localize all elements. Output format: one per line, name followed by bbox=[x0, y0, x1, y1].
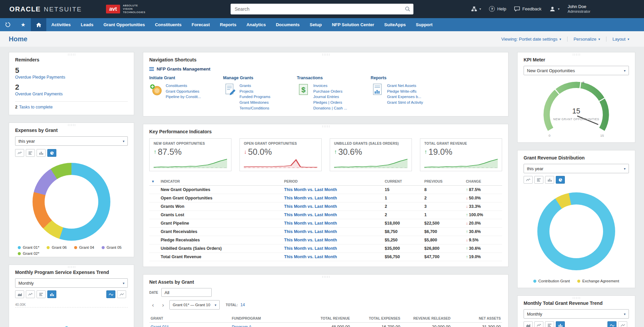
kpi-tile[interactable]: UNBILLED GRANTS (SALES ORDERS) 30.6% bbox=[330, 138, 412, 171]
kpi-period-link[interactable]: This Month vs. Last Month bbox=[284, 238, 337, 242]
chart-type-vbar-button[interactable] bbox=[47, 290, 56, 298]
period-select[interactable]: Monthly▾ bbox=[524, 309, 629, 319]
reminder-link[interactable]: Overdue Grant Payments bbox=[15, 92, 128, 96]
search-input[interactable] bbox=[231, 4, 414, 14]
recent-records-icon[interactable] bbox=[0, 18, 15, 31]
shortcut-link[interactable]: Purchase Orders bbox=[313, 89, 347, 94]
kpi-period-link[interactable]: This Month vs. Last Month bbox=[284, 204, 337, 209]
chart-type-line-button[interactable] bbox=[524, 176, 533, 184]
shortcuts-star-icon[interactable]: ★ bbox=[15, 18, 31, 31]
kpi-table-row[interactable]: Total Grant Revenue This Month vs. Last … bbox=[149, 253, 502, 261]
kpi-period-link[interactable]: This Month vs. Last Month bbox=[284, 196, 337, 200]
nfp-grants-management-link[interactable]: NFP Grants Management bbox=[143, 66, 508, 76]
nav-menu-item[interactable]: SuiteApps bbox=[379, 18, 411, 31]
total-count[interactable]: 14 bbox=[240, 302, 245, 307]
smooth-line-style-button[interactable] bbox=[106, 290, 115, 298]
kpi-period-link[interactable]: This Month vs. Last Month bbox=[284, 221, 337, 226]
feedback-button[interactable]: Feedback bbox=[514, 6, 541, 11]
kpi-period-link[interactable]: This Month vs. Last Month bbox=[284, 254, 337, 259]
chart-type-area-button[interactable] bbox=[15, 290, 24, 298]
period-select[interactable]: this year▾ bbox=[524, 164, 629, 173]
shortcut-link[interactable]: Journal Entries bbox=[313, 94, 347, 100]
nav-menu-item[interactable]: Constituents bbox=[150, 18, 186, 31]
collapse-caret-icon[interactable]: ▼ bbox=[151, 180, 155, 183]
roles-menu[interactable]: ▾ bbox=[471, 6, 481, 11]
chart-type-line-button[interactable] bbox=[26, 290, 35, 298]
portlet-drag-handle[interactable] bbox=[67, 266, 75, 268]
shortcut-link[interactable]: Terms/Conditions bbox=[239, 105, 270, 111]
period-select[interactable]: Monthly▾ bbox=[15, 278, 128, 288]
portlet-drag-handle[interactable] bbox=[572, 297, 580, 299]
shortcut-link[interactable]: Grant Expenses b... bbox=[387, 94, 423, 100]
kpi-period-link[interactable]: This Month vs. Last Month bbox=[284, 213, 337, 217]
period-select[interactable]: this year▾ bbox=[15, 136, 128, 146]
kpi-table-row[interactable]: Open Grant Opportunities This Month vs. … bbox=[149, 194, 502, 202]
chart-type-vbar-button[interactable] bbox=[37, 149, 46, 157]
portlet-drag-handle[interactable] bbox=[572, 151, 580, 154]
nav-menu-item[interactable]: Reports bbox=[215, 18, 241, 31]
kpi-table-row[interactable]: Grant Pipeline This Month vs. Last Month… bbox=[149, 219, 502, 228]
viewing-settings-menu[interactable]: Viewing: Portlet date settings▾ bbox=[495, 37, 567, 42]
chart-type-vbar-button[interactable] bbox=[545, 176, 554, 184]
net-assets-row[interactable]: Grant 01* Program A 48,000.00 16,700.00 … bbox=[149, 323, 502, 327]
nav-menu-item[interactable]: Leads bbox=[76, 18, 99, 31]
grant-revenue-distribution-donut-chart[interactable] bbox=[537, 192, 615, 270]
nav-menu-item[interactable]: Grant Opportunities bbox=[98, 18, 150, 31]
kpi-table-row[interactable]: Grant Receivables This Month vs. Last Mo… bbox=[149, 228, 502, 236]
kpi-table-row[interactable]: New Grant Opportunities This Month vs. L… bbox=[149, 186, 502, 194]
user-menu[interactable]: ▾ bbox=[549, 6, 559, 12]
program-link[interactable]: Program A bbox=[232, 325, 252, 327]
home-tab[interactable] bbox=[31, 18, 46, 31]
kpi-table-row[interactable]: Grants Lost This Month vs. Last Month 2 … bbox=[149, 211, 502, 219]
shortcut-link[interactable]: Grant Stmt of Activity bbox=[387, 100, 423, 105]
shortcut-link[interactable]: Pledges | Orders bbox=[313, 100, 347, 105]
shortcut-link[interactable]: Grant Milestones bbox=[239, 100, 270, 105]
netsuite-logo[interactable]: ORACLE NETSUITE bbox=[9, 5, 82, 13]
chart-type-line-button[interactable] bbox=[534, 321, 543, 327]
kpi-tile[interactable]: TOTAL GRANT REVENUE 19.0% bbox=[420, 138, 502, 171]
tasks-to-complete-link[interactable]: 2Tasks to complete bbox=[15, 105, 128, 109]
legend-item[interactable]: Contribution Grant bbox=[533, 279, 570, 283]
next-page-button[interactable]: › bbox=[159, 301, 167, 309]
grant-range-select[interactable]: Grant 01* — Grant 10▾ bbox=[169, 300, 220, 310]
kpi-table-row[interactable]: Unbilled Grants (Sales Orders) This Mont… bbox=[149, 244, 502, 253]
kpi-metric-select[interactable]: New Grant Opportunities▾ bbox=[524, 66, 629, 75]
nav-menu-item[interactable]: NFP Solution Center bbox=[327, 18, 379, 31]
straight-line-style-button[interactable] bbox=[117, 290, 126, 298]
shortcut-link[interactable]: Constituents bbox=[166, 83, 201, 89]
chart-type-hbar-button[interactable] bbox=[545, 321, 554, 327]
shortcut-link[interactable]: Pipeline by Constit... bbox=[166, 94, 201, 100]
shortcut-link[interactable]: Pledge Write-offs bbox=[387, 89, 423, 94]
shortcut-link[interactable]: Funded Programs bbox=[239, 94, 270, 100]
shortcut-link[interactable]: Grant Net Assets bbox=[387, 83, 423, 89]
portlet-drag-handle[interactable] bbox=[322, 125, 330, 128]
chart-type-vbar-button[interactable] bbox=[556, 321, 565, 327]
shortcut-link[interactable]: Grants bbox=[239, 83, 270, 89]
shortcut-link[interactable]: Donations | Cash ... bbox=[313, 105, 347, 111]
legend-item[interactable]: Grant 01* bbox=[18, 245, 39, 249]
chart-type-hbar-button[interactable] bbox=[37, 290, 46, 298]
nav-menu-item[interactable]: Support bbox=[411, 18, 438, 31]
kpi-period-link[interactable]: This Month vs. Last Month bbox=[284, 246, 337, 251]
kpi-tile[interactable]: NEW GRANT OPPORTUNITIES 87.5% bbox=[149, 138, 231, 171]
reminder-link[interactable]: Overdue Pledge Payments bbox=[15, 75, 128, 80]
shortcut-link[interactable]: Invoices bbox=[313, 83, 347, 89]
kpi-table-row[interactable]: Grants Won This Month vs. Last Month 2 3… bbox=[149, 202, 502, 211]
chart-type-hbar-button[interactable] bbox=[26, 149, 35, 157]
personalize-menu[interactable]: Personalize▾ bbox=[567, 37, 606, 42]
chart-type-area-button[interactable] bbox=[524, 321, 533, 327]
reminder-item[interactable]: 2 Overdue Grant Payments bbox=[15, 83, 128, 99]
reminder-item[interactable]: 5 Overdue Pledge Payments bbox=[15, 66, 128, 83]
chart-type-hbar-button[interactable] bbox=[534, 176, 543, 184]
portlet-drag-handle[interactable] bbox=[322, 53, 330, 56]
kpi-tile[interactable]: OPEN GRANT OPPORTUNITIES 50.0% bbox=[239, 138, 322, 171]
search-icon[interactable] bbox=[405, 6, 411, 13]
portlet-drag-handle[interactable] bbox=[572, 53, 580, 56]
legend-item[interactable]: Grant 05 bbox=[102, 245, 122, 249]
legend-item[interactable]: Grant 04 bbox=[74, 245, 94, 249]
user-info[interactable]: John Doe Administrator bbox=[568, 4, 590, 14]
date-filter-input[interactable] bbox=[161, 288, 212, 297]
portlet-drag-handle[interactable] bbox=[322, 276, 330, 278]
shortcut-link[interactable]: Grant Opportunities bbox=[166, 89, 201, 94]
kpi-period-link[interactable]: This Month vs. Last Month bbox=[284, 229, 337, 234]
